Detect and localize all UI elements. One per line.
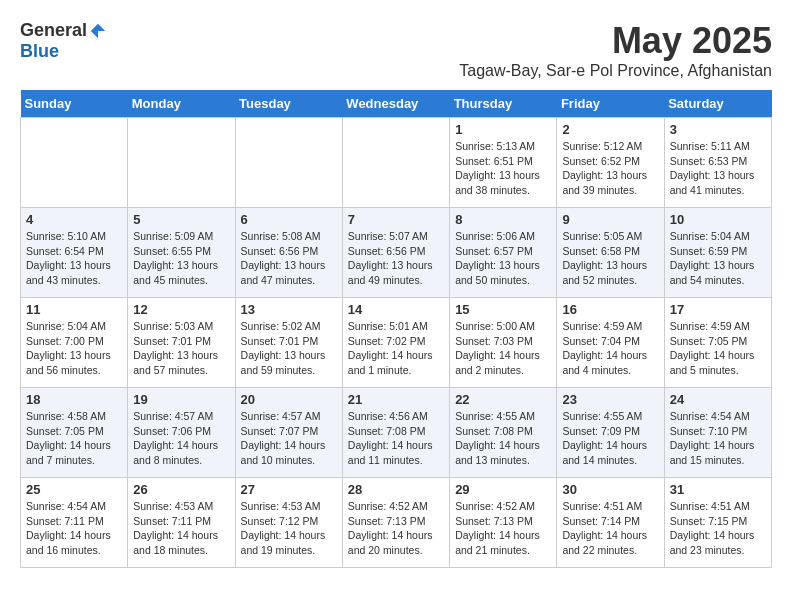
calendar-cell: 24Sunrise: 4:54 AM Sunset: 7:10 PM Dayli… bbox=[664, 388, 771, 478]
day-detail: Sunrise: 4:55 AM Sunset: 7:09 PM Dayligh… bbox=[562, 409, 658, 468]
calendar-cell: 13Sunrise: 5:02 AM Sunset: 7:01 PM Dayli… bbox=[235, 298, 342, 388]
logo-blue-text: Blue bbox=[20, 41, 59, 62]
calendar-cell: 21Sunrise: 4:56 AM Sunset: 7:08 PM Dayli… bbox=[342, 388, 449, 478]
calendar-cell: 1Sunrise: 5:13 AM Sunset: 6:51 PM Daylig… bbox=[450, 118, 557, 208]
calendar-cell: 26Sunrise: 4:53 AM Sunset: 7:11 PM Dayli… bbox=[128, 478, 235, 568]
calendar-cell: 2Sunrise: 5:12 AM Sunset: 6:52 PM Daylig… bbox=[557, 118, 664, 208]
logo-general-text: General bbox=[20, 20, 87, 41]
calendar-cell: 15Sunrise: 5:00 AM Sunset: 7:03 PM Dayli… bbox=[450, 298, 557, 388]
calendar-cell: 12Sunrise: 5:03 AM Sunset: 7:01 PM Dayli… bbox=[128, 298, 235, 388]
calendar-cell: 29Sunrise: 4:52 AM Sunset: 7:13 PM Dayli… bbox=[450, 478, 557, 568]
day-number: 13 bbox=[241, 302, 337, 317]
day-number: 6 bbox=[241, 212, 337, 227]
calendar-cell: 17Sunrise: 4:59 AM Sunset: 7:05 PM Dayli… bbox=[664, 298, 771, 388]
calendar-cell: 7Sunrise: 5:07 AM Sunset: 6:56 PM Daylig… bbox=[342, 208, 449, 298]
day-number: 3 bbox=[670, 122, 766, 137]
day-detail: Sunrise: 5:01 AM Sunset: 7:02 PM Dayligh… bbox=[348, 319, 444, 378]
day-detail: Sunrise: 5:00 AM Sunset: 7:03 PM Dayligh… bbox=[455, 319, 551, 378]
day-detail: Sunrise: 4:51 AM Sunset: 7:14 PM Dayligh… bbox=[562, 499, 658, 558]
calendar-cell: 4Sunrise: 5:10 AM Sunset: 6:54 PM Daylig… bbox=[21, 208, 128, 298]
calendar-week-row: 4Sunrise: 5:10 AM Sunset: 6:54 PM Daylig… bbox=[21, 208, 772, 298]
calendar-cell: 8Sunrise: 5:06 AM Sunset: 6:57 PM Daylig… bbox=[450, 208, 557, 298]
day-detail: Sunrise: 5:09 AM Sunset: 6:55 PM Dayligh… bbox=[133, 229, 229, 288]
day-number: 17 bbox=[670, 302, 766, 317]
logo: General Blue bbox=[20, 20, 107, 62]
day-number: 10 bbox=[670, 212, 766, 227]
location-title: Tagaw-Bay, Sar-e Pol Province, Afghanist… bbox=[459, 62, 772, 80]
day-number: 14 bbox=[348, 302, 444, 317]
day-number: 30 bbox=[562, 482, 658, 497]
calendar-cell: 6Sunrise: 5:08 AM Sunset: 6:56 PM Daylig… bbox=[235, 208, 342, 298]
day-detail: Sunrise: 5:10 AM Sunset: 6:54 PM Dayligh… bbox=[26, 229, 122, 288]
svg-marker-0 bbox=[91, 23, 105, 37]
day-detail: Sunrise: 4:53 AM Sunset: 7:11 PM Dayligh… bbox=[133, 499, 229, 558]
calendar-cell: 30Sunrise: 4:51 AM Sunset: 7:14 PM Dayli… bbox=[557, 478, 664, 568]
day-number: 11 bbox=[26, 302, 122, 317]
day-detail: Sunrise: 4:54 AM Sunset: 7:11 PM Dayligh… bbox=[26, 499, 122, 558]
logo-icon bbox=[89, 22, 107, 40]
calendar-cell: 9Sunrise: 5:05 AM Sunset: 6:58 PM Daylig… bbox=[557, 208, 664, 298]
day-detail: Sunrise: 4:53 AM Sunset: 7:12 PM Dayligh… bbox=[241, 499, 337, 558]
weekday-header-thursday: Thursday bbox=[450, 90, 557, 118]
calendar-cell bbox=[342, 118, 449, 208]
calendar-cell: 14Sunrise: 5:01 AM Sunset: 7:02 PM Dayli… bbox=[342, 298, 449, 388]
day-number: 20 bbox=[241, 392, 337, 407]
weekday-header-wednesday: Wednesday bbox=[342, 90, 449, 118]
calendar-table: SundayMondayTuesdayWednesdayThursdayFrid… bbox=[20, 90, 772, 568]
page-header: General Blue May 2025 Tagaw-Bay, Sar-e P… bbox=[20, 20, 772, 80]
weekday-header-tuesday: Tuesday bbox=[235, 90, 342, 118]
calendar-cell: 20Sunrise: 4:57 AM Sunset: 7:07 PM Dayli… bbox=[235, 388, 342, 478]
calendar-cell: 5Sunrise: 5:09 AM Sunset: 6:55 PM Daylig… bbox=[128, 208, 235, 298]
day-number: 18 bbox=[26, 392, 122, 407]
day-number: 4 bbox=[26, 212, 122, 227]
day-number: 21 bbox=[348, 392, 444, 407]
calendar-cell bbox=[21, 118, 128, 208]
calendar-cell: 19Sunrise: 4:57 AM Sunset: 7:06 PM Dayli… bbox=[128, 388, 235, 478]
title-section: May 2025 Tagaw-Bay, Sar-e Pol Province, … bbox=[459, 20, 772, 80]
day-detail: Sunrise: 4:56 AM Sunset: 7:08 PM Dayligh… bbox=[348, 409, 444, 468]
day-number: 26 bbox=[133, 482, 229, 497]
calendar-cell: 10Sunrise: 5:04 AM Sunset: 6:59 PM Dayli… bbox=[664, 208, 771, 298]
day-detail: Sunrise: 4:55 AM Sunset: 7:08 PM Dayligh… bbox=[455, 409, 551, 468]
weekday-header-sunday: Sunday bbox=[21, 90, 128, 118]
day-number: 31 bbox=[670, 482, 766, 497]
calendar-cell: 22Sunrise: 4:55 AM Sunset: 7:08 PM Dayli… bbox=[450, 388, 557, 478]
calendar-cell: 11Sunrise: 5:04 AM Sunset: 7:00 PM Dayli… bbox=[21, 298, 128, 388]
day-number: 9 bbox=[562, 212, 658, 227]
calendar-cell: 18Sunrise: 4:58 AM Sunset: 7:05 PM Dayli… bbox=[21, 388, 128, 478]
day-number: 5 bbox=[133, 212, 229, 227]
day-number: 27 bbox=[241, 482, 337, 497]
day-number: 8 bbox=[455, 212, 551, 227]
day-detail: Sunrise: 5:11 AM Sunset: 6:53 PM Dayligh… bbox=[670, 139, 766, 198]
calendar-cell: 23Sunrise: 4:55 AM Sunset: 7:09 PM Dayli… bbox=[557, 388, 664, 478]
day-number: 28 bbox=[348, 482, 444, 497]
day-detail: Sunrise: 5:04 AM Sunset: 6:59 PM Dayligh… bbox=[670, 229, 766, 288]
day-detail: Sunrise: 5:07 AM Sunset: 6:56 PM Dayligh… bbox=[348, 229, 444, 288]
calendar-cell: 3Sunrise: 5:11 AM Sunset: 6:53 PM Daylig… bbox=[664, 118, 771, 208]
day-detail: Sunrise: 4:59 AM Sunset: 7:04 PM Dayligh… bbox=[562, 319, 658, 378]
day-detail: Sunrise: 4:54 AM Sunset: 7:10 PM Dayligh… bbox=[670, 409, 766, 468]
calendar-cell bbox=[235, 118, 342, 208]
day-detail: Sunrise: 4:52 AM Sunset: 7:13 PM Dayligh… bbox=[348, 499, 444, 558]
weekday-header-row: SundayMondayTuesdayWednesdayThursdayFrid… bbox=[21, 90, 772, 118]
day-detail: Sunrise: 4:58 AM Sunset: 7:05 PM Dayligh… bbox=[26, 409, 122, 468]
calendar-cell: 27Sunrise: 4:53 AM Sunset: 7:12 PM Dayli… bbox=[235, 478, 342, 568]
day-detail: Sunrise: 4:57 AM Sunset: 7:07 PM Dayligh… bbox=[241, 409, 337, 468]
day-detail: Sunrise: 4:57 AM Sunset: 7:06 PM Dayligh… bbox=[133, 409, 229, 468]
calendar-cell: 28Sunrise: 4:52 AM Sunset: 7:13 PM Dayli… bbox=[342, 478, 449, 568]
month-title: May 2025 bbox=[459, 20, 772, 62]
day-detail: Sunrise: 5:03 AM Sunset: 7:01 PM Dayligh… bbox=[133, 319, 229, 378]
calendar-week-row: 1Sunrise: 5:13 AM Sunset: 6:51 PM Daylig… bbox=[21, 118, 772, 208]
day-detail: Sunrise: 5:06 AM Sunset: 6:57 PM Dayligh… bbox=[455, 229, 551, 288]
day-number: 19 bbox=[133, 392, 229, 407]
day-number: 23 bbox=[562, 392, 658, 407]
day-detail: Sunrise: 5:08 AM Sunset: 6:56 PM Dayligh… bbox=[241, 229, 337, 288]
calendar-cell: 25Sunrise: 4:54 AM Sunset: 7:11 PM Dayli… bbox=[21, 478, 128, 568]
day-number: 29 bbox=[455, 482, 551, 497]
day-number: 15 bbox=[455, 302, 551, 317]
day-detail: Sunrise: 5:13 AM Sunset: 6:51 PM Dayligh… bbox=[455, 139, 551, 198]
weekday-header-saturday: Saturday bbox=[664, 90, 771, 118]
day-number: 25 bbox=[26, 482, 122, 497]
day-detail: Sunrise: 4:51 AM Sunset: 7:15 PM Dayligh… bbox=[670, 499, 766, 558]
day-number: 22 bbox=[455, 392, 551, 407]
